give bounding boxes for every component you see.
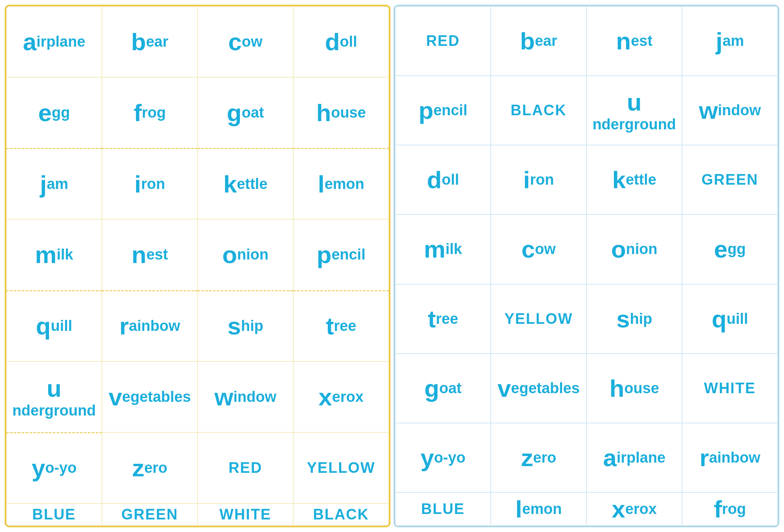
word-rest: ilk (56, 246, 73, 263)
word-item: doll (296, 28, 386, 56)
color-word: WHITE (704, 380, 756, 397)
cell-20: underground (6, 361, 102, 432)
word-big-letter: v (497, 374, 511, 402)
word-big-letter: x (612, 495, 625, 523)
word-rest: o-yo (434, 449, 465, 466)
word-big-letter: e (38, 99, 52, 127)
word-big-letter: a (603, 444, 616, 472)
cell-15: egg (682, 214, 778, 284)
word-big-letter: k (223, 170, 237, 198)
word-item: lemon (494, 495, 584, 523)
word-rest: gg (728, 241, 746, 258)
word-big-letter: n (616, 27, 631, 55)
cell-30: xerox (586, 492, 682, 526)
word-rest: nion (626, 241, 657, 258)
color-word: YELLOW (307, 459, 376, 476)
word-item: ship (589, 305, 679, 333)
cell-6: underground (586, 76, 682, 145)
word-big-letter: i (134, 170, 141, 198)
word-rest: ilk (445, 241, 462, 258)
cell-30: WHITE (198, 503, 293, 526)
word-item: pencil (296, 241, 386, 269)
word-big-letter: h (610, 374, 624, 402)
cell-18: ship (586, 284, 682, 354)
cell-8: jam (6, 148, 102, 219)
word-rest: ero (533, 449, 556, 466)
word-item: underground (589, 88, 679, 133)
word-rest: encil (332, 246, 366, 263)
word-big-letter: u (47, 374, 62, 402)
cell-6: goat (198, 77, 293, 148)
word-item: house (589, 374, 679, 402)
word-rest: oat (439, 380, 461, 397)
cell-17: rainbow (102, 291, 198, 361)
word-rest: am (47, 176, 68, 192)
cell-5: BLACK (491, 76, 586, 145)
word-big-letter: s (227, 312, 241, 340)
cell-14: onion (586, 214, 682, 284)
word-rest: nderground (12, 402, 96, 419)
word-big-letter: x (319, 383, 332, 411)
word-big-letter: j (40, 170, 47, 198)
word-big-letter: c (521, 235, 535, 263)
cell-22: window (198, 361, 293, 432)
left-panel: airplanebearcowdolleggfroggoathousejamir… (5, 5, 390, 527)
cell-24: yo-yo (395, 423, 491, 492)
cell-26: RED (198, 432, 293, 503)
cell-25: zero (491, 423, 586, 492)
word-big-letter: i (523, 166, 530, 194)
cell-15: pencil (293, 219, 389, 290)
word-rest: rog (722, 501, 746, 517)
cell-31: BLACK (293, 503, 389, 526)
word-big-letter: k (612, 166, 626, 194)
cell-5: frog (102, 77, 198, 148)
word-big-letter: n (132, 241, 147, 269)
cell-9: iron (491, 145, 586, 214)
word-item: yo-yo (398, 444, 488, 472)
color-word: WHITE (220, 506, 271, 523)
cell-17: YELLOW (491, 284, 586, 354)
word-item: bear (494, 27, 584, 55)
word-rest: erox (332, 389, 363, 405)
word-item: goat (398, 374, 488, 402)
word-rest: ear (146, 33, 168, 50)
word-big-letter: p (419, 96, 434, 124)
cell-13: cow (491, 214, 586, 284)
word-item: milk (398, 235, 488, 263)
cell-31: frog (682, 492, 778, 526)
cell-4: egg (6, 77, 102, 148)
color-word: BLUE (421, 501, 465, 517)
cell-23: xerox (293, 361, 389, 432)
cell-25: zero (102, 432, 198, 503)
word-rest: ow (242, 33, 263, 50)
word-item: rainbow (685, 444, 775, 472)
word-big-letter: d (427, 166, 442, 194)
word-rest: ron (530, 171, 554, 188)
word-item: window (200, 383, 290, 411)
cell-0: RED (395, 6, 491, 76)
word-rest: hip (241, 318, 263, 334)
word-item: nest (105, 241, 195, 269)
word-big-letter: p (317, 241, 332, 269)
color-word: RED (426, 33, 460, 49)
word-big-letter: e (714, 235, 728, 263)
word-rest: ree (436, 310, 458, 327)
word-item: ship (200, 312, 290, 340)
word-rest: nderground (592, 116, 676, 133)
word-item: kettle (589, 166, 679, 194)
word-item: house (296, 99, 386, 127)
word-item: underground (9, 374, 99, 419)
word-item: rainbow (105, 312, 195, 340)
word-rest: ouse (331, 104, 366, 121)
word-big-letter: w (699, 96, 718, 124)
cell-3: jam (682, 6, 778, 76)
word-big-letter: c (228, 28, 241, 56)
cell-29: lemon (491, 492, 586, 526)
word-item: frog (105, 99, 195, 127)
cell-10: kettle (586, 145, 682, 214)
cell-19: tree (293, 291, 389, 361)
word-item: window (685, 96, 775, 124)
color-word: YELLOW (505, 310, 573, 327)
word-big-letter: f (714, 495, 722, 523)
color-word: BLUE (32, 506, 76, 523)
